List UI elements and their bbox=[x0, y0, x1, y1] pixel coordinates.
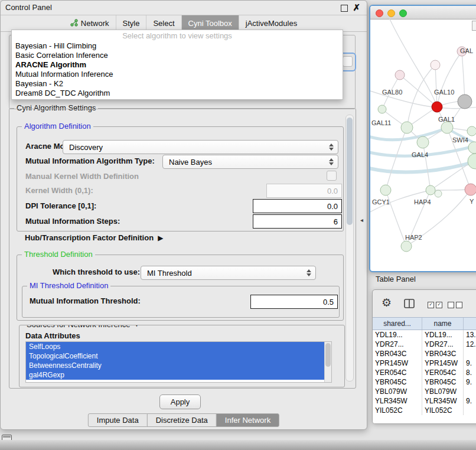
tab-label: Style bbox=[123, 19, 140, 28]
tab-impute-data[interactable]: Impute Data bbox=[88, 413, 148, 427]
sources-label: Sources for Network Inference bbox=[27, 325, 131, 329]
field-value: 0.0 bbox=[327, 187, 338, 195]
network-window-titlebar[interactable] bbox=[370, 6, 476, 19]
network-node[interactable] bbox=[435, 190, 442, 197]
tab-label: Infer Network bbox=[225, 416, 270, 425]
mac-zoom-button[interactable] bbox=[399, 9, 407, 17]
cyni-algorithm-settings-group: Cyni Algorithm Settings Algorithm Defini… bbox=[9, 108, 356, 389]
scrollbar-thumb[interactable] bbox=[347, 118, 353, 225]
network-node[interactable] bbox=[431, 60, 440, 70]
table-cell: YDL19... bbox=[373, 330, 422, 340]
sources-disclosure[interactable]: Sources for Network Inference ▼ bbox=[24, 325, 142, 329]
algorithm-placeholder: Select algorithm to view settings bbox=[12, 30, 343, 41]
column-header[interactable]: name bbox=[422, 318, 464, 330]
network-node[interactable] bbox=[432, 102, 442, 112]
mi-steps-field[interactable]: 6 bbox=[253, 214, 342, 229]
network-node[interactable] bbox=[378, 105, 386, 113]
tab-cyni-toolbox[interactable]: Cyni Toolbox bbox=[181, 15, 239, 31]
tab-network[interactable]: Network bbox=[64, 15, 116, 31]
network-node[interactable] bbox=[465, 184, 476, 195]
attribute-list-item[interactable]: BetweennessCentrality bbox=[26, 361, 328, 370]
float-window-icon[interactable] bbox=[341, 5, 348, 12]
deselect-all-rows-icon[interactable] bbox=[448, 302, 462, 308]
collapse-down-icon: ▼ bbox=[134, 325, 140, 328]
table-cell: YER054C bbox=[422, 368, 464, 377]
dpi-tolerance-field[interactable]: 0.0 bbox=[253, 199, 342, 213]
tab-style[interactable]: Style bbox=[116, 15, 146, 31]
algorithm-option[interactable]: Dream8 DC_TDC Algorithm bbox=[12, 89, 343, 98]
column-header[interactable] bbox=[464, 318, 476, 330]
columns-icon[interactable] bbox=[404, 299, 415, 311]
algorithm-option[interactable]: Bayesian - Hill Climbing bbox=[12, 41, 343, 51]
mac-close-button[interactable] bbox=[376, 9, 383, 17]
settings-scrollbar[interactable] bbox=[345, 115, 354, 381]
network-node[interactable] bbox=[395, 70, 405, 80]
network-node[interactable] bbox=[380, 185, 391, 195]
table-cell: YDR27... bbox=[422, 340, 464, 349]
scrollbar-thumb[interactable] bbox=[325, 343, 331, 367]
chevron-updown-icon bbox=[343, 56, 353, 67]
mi-type-combobox[interactable]: Naive Bayes bbox=[162, 155, 338, 169]
apply-button[interactable]: Apply bbox=[159, 394, 201, 409]
table-row[interactable]: YLR345WYLR345W9. bbox=[373, 396, 476, 406]
table-row[interactable]: YIL052CYIL052C bbox=[373, 406, 476, 415]
algorithm-option[interactable]: Basic Correlation Inference bbox=[12, 51, 343, 60]
cyni-bottom-tab-bar: Impute Data Discretize Data Infer Networ… bbox=[88, 413, 279, 427]
algorithm-option[interactable]: Mutual Information Inference bbox=[12, 70, 343, 79]
data-attributes-list[interactable]: SelfLoopsTopologicalCoefficientBetweenne… bbox=[25, 341, 332, 383]
algorithm-option[interactable]: ARACNE Algorithm bbox=[12, 60, 343, 70]
which-threshold-combobox[interactable]: MI Threshold bbox=[141, 266, 316, 280]
network-canvas[interactable]: GALGAL80GAL10GAL11GAL1SWI4GAL4GCY1HAP4YH… bbox=[370, 19, 476, 270]
mi-threshold-field[interactable]: 0.5 bbox=[250, 295, 338, 309]
column-header[interactable]: shared... bbox=[373, 318, 422, 330]
network-node[interactable] bbox=[458, 94, 472, 109]
network-node[interactable] bbox=[467, 126, 476, 136]
network-node[interactable] bbox=[468, 154, 476, 169]
network-node[interactable] bbox=[426, 185, 435, 195]
table-row[interactable]: YDR27...YDR27...12. bbox=[373, 340, 476, 349]
which-threshold-label: Which threshold to use: bbox=[53, 268, 140, 276]
panel-collapse-handle-icon[interactable]: ◂ bbox=[360, 217, 363, 223]
close-icon[interactable]: ✗ bbox=[353, 2, 360, 13]
aracne-mode-combobox[interactable]: Discovery bbox=[63, 140, 338, 154]
table-cell: YER054C bbox=[373, 368, 422, 377]
expand-right-icon: ▶ bbox=[158, 234, 163, 242]
attribute-list-item[interactable]: TopologicalCoefficient bbox=[26, 351, 328, 361]
node-label: GAL1 bbox=[438, 116, 455, 123]
select-all-rows-icon[interactable]: ✓✓ bbox=[428, 302, 442, 308]
table-row[interactable]: YBR043CYBR043C bbox=[373, 349, 476, 358]
control-panel-titlebar[interactable]: Control Panel ✗ bbox=[1, 1, 367, 15]
network-node[interactable] bbox=[401, 241, 412, 252]
sources-group: Sources for Network Inference ▼ Data Att… bbox=[19, 325, 345, 387]
network-node[interactable] bbox=[417, 136, 429, 148]
gear-icon[interactable]: ⚙ bbox=[382, 297, 392, 309]
group-title: MI Threshold Definition bbox=[27, 281, 110, 290]
hub-definition-disclosure[interactable]: Hub/Transcription Factor Definition ▶ bbox=[25, 233, 163, 242]
table-header-row[interactable]: shared...name bbox=[373, 317, 476, 330]
attribute-list-item[interactable]: gal4RGexp bbox=[26, 370, 328, 380]
table-row[interactable]: YPR145WYPR145W9. bbox=[373, 358, 476, 368]
table-row[interactable]: YBR045CYBR045C9. bbox=[373, 377, 476, 387]
field-value: 6 bbox=[334, 217, 338, 226]
attribute-list-item[interactable]: SelfLoops bbox=[26, 342, 328, 351]
node-label: GAL4 bbox=[412, 151, 428, 158]
manual-kernel-checkbox[interactable] bbox=[327, 171, 337, 181]
tab-infer-network[interactable]: Infer Network bbox=[216, 413, 279, 427]
table-cell: YBR043C bbox=[373, 349, 422, 358]
table-cell bbox=[464, 387, 476, 396]
algorithm-option[interactable]: Bayesian - K2 bbox=[12, 79, 343, 89]
field-value: 0.0 bbox=[327, 202, 338, 211]
table-row[interactable]: YBL079WYBL079W bbox=[373, 387, 476, 396]
network-node[interactable] bbox=[468, 142, 476, 154]
list-scrollbar[interactable] bbox=[324, 342, 331, 382]
table-row[interactable]: YER054CYER054C8. bbox=[373, 368, 476, 377]
canvas-scrollbar-stub[interactable] bbox=[472, 21, 476, 31]
tab-discretize-data[interactable]: Discretize Data bbox=[147, 413, 217, 427]
table-row[interactable]: YDL19...YDL19...13. bbox=[373, 330, 476, 340]
mac-minimize-button[interactable] bbox=[387, 9, 395, 17]
network-node[interactable] bbox=[441, 122, 453, 133]
tab-jactivemodules[interactable]: jActiveModules bbox=[239, 15, 304, 31]
tab-select[interactable]: Select bbox=[146, 15, 181, 31]
kernel-width-field[interactable]: 0.0 bbox=[266, 184, 342, 198]
network-node[interactable] bbox=[401, 122, 413, 133]
